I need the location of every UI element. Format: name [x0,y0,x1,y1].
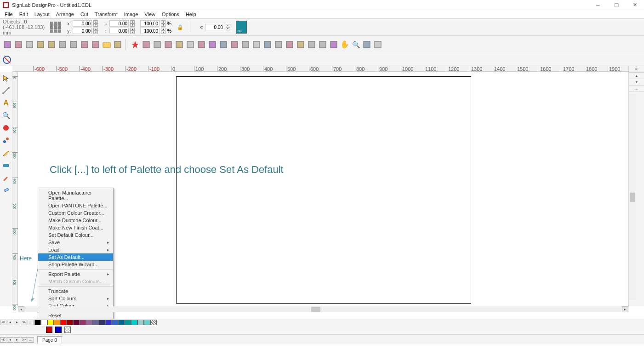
rect-icon[interactable] [241,40,250,49]
brush-tool[interactable] [1,173,11,182]
color-swatch[interactable] [73,320,80,325]
height-field[interactable] [109,28,129,34]
shape-tool[interactable] [1,123,11,132]
wavy-icon[interactable] [69,40,78,49]
layer-swatch[interactable] [55,327,62,333]
refresh-icon[interactable] [164,40,173,49]
menu-item-make-duotone-colour[interactable]: Make Duotone Colour... [38,217,113,224]
text-tool[interactable]: A [1,98,11,108]
right-row-2[interactable]: ▾ [629,79,644,86]
menu-item-shop-palette-wizard[interactable]: Shop Palette Wizard... [38,261,113,268]
box3d-2-icon[interactable] [14,40,23,49]
color-swatch[interactable] [99,320,105,325]
color-swatch[interactable] [131,320,137,325]
shade-icon[interactable] [186,40,195,49]
undo-icon[interactable] [80,40,89,49]
menu-item-sort-colours[interactable]: Sort Colours▸ [38,295,113,302]
palette-next[interactable]: ▸ [14,320,20,325]
print2-icon[interactable] [362,40,371,49]
menu-item-load[interactable]: Load▸ [38,246,113,253]
invisible-swatch[interactable] [64,327,71,333]
x-field[interactable] [73,20,92,27]
star-x-icon[interactable] [131,40,140,49]
page-first[interactable]: ≪ [0,337,6,343]
hscroll-left[interactable]: ◂ [18,306,24,312]
up-arrow-icon[interactable] [175,40,184,49]
color-swatch[interactable] [118,320,125,325]
rotation-field[interactable] [205,24,224,30]
scale-y-field[interactable] [140,28,160,34]
square-icon[interactable] [197,40,206,49]
layer-swatch[interactable] [46,327,52,333]
circle-icon[interactable] [230,40,239,49]
page-last[interactable]: ≫ [21,337,27,343]
zoom-icon[interactable]: 🔍 [351,40,360,49]
hand-icon[interactable]: ✋ [340,40,349,49]
vertical-scrollbar[interactable] [629,94,636,300]
menu-item-make-new-finish-coat[interactable]: Make New Finish Coat... [38,224,113,231]
doc-out-icon[interactable] [47,40,56,49]
grad-icon[interactable] [263,40,272,49]
page-prev[interactable]: ◂ [7,337,13,343]
color-swatch[interactable] [86,320,92,325]
blob-icon[interactable] [329,40,338,49]
menu-options[interactable]: Options [159,11,182,17]
color-swatch[interactable] [67,320,73,325]
color-swatch[interactable] [34,320,41,325]
box3d-3-icon[interactable] [25,40,34,49]
pen-tool[interactable] [1,148,11,157]
flag-icon[interactable] [142,40,151,49]
close-button[interactable]: ✕ [626,0,644,10]
palette-last[interactable]: ≫ [21,320,27,325]
gray-sq-icon[interactable] [373,40,382,49]
color-swatch[interactable] [112,320,118,325]
redo-icon[interactable] [91,40,100,49]
menu-item-open-pantone-palette[interactable]: Open PANTONE Palette... [38,202,113,209]
color-swatch[interactable] [125,320,131,325]
tag-icon[interactable] [296,40,305,49]
right-close-icon[interactable]: ✕ [629,66,644,73]
horizontal-scrollbar[interactable]: ◂ ▸ [18,306,628,312]
color-swatch[interactable] [92,320,99,325]
doc-in-icon[interactable] [36,40,45,49]
right-row-1[interactable]: ▴ [629,73,644,79]
menu-item-set-default-colour[interactable]: Set Default Colour... [38,231,113,239]
bc-color-swatch[interactable] [236,21,247,34]
measure-tool[interactable] [1,86,11,95]
menu-layout[interactable]: Layout [32,11,52,17]
lock-icon[interactable]: 🔒 [177,24,183,30]
menu-item-export-palette[interactable]: Export Palette▸ [38,270,113,278]
y-field[interactable] [73,28,92,34]
page-next[interactable]: ▸ [14,337,20,343]
menu-item-truncate[interactable]: Truncate [38,287,113,295]
ruler-icon[interactable] [318,40,327,49]
palette-first[interactable]: ≪ [0,320,6,325]
hscroll-thumb[interactable] [311,307,320,312]
label-icon[interactable] [274,40,283,49]
color-swatch[interactable] [54,320,60,325]
menu-item-open-manufacturer-palette[interactable]: Open Manufacturer Palette... [38,189,113,202]
menu-cut[interactable]: Cut [78,11,91,17]
color-swatch[interactable] [105,320,112,325]
gray-hex-icon[interactable] [58,40,67,49]
palette-prev[interactable]: ◂ [7,320,13,325]
wand-icon[interactable] [208,40,217,49]
group-icon[interactable] [219,40,228,49]
menu-transform[interactable]: Transform [92,11,120,17]
menu-view[interactable]: View [142,11,158,17]
printer-icon[interactable] [153,40,162,49]
hatch-swatch[interactable] [150,320,157,325]
menu-item-save[interactable]: Save▸ [38,239,113,246]
disc-icon[interactable] [285,40,294,49]
folder-icon[interactable] [102,40,111,49]
no-circle-icon[interactable] [3,56,11,64]
menu-edit[interactable]: Edit [17,11,31,17]
bucket-tool[interactable] [1,185,11,195]
color-swatch[interactable] [41,320,47,325]
stamp-icon[interactable] [252,40,261,49]
anchor-grid[interactable] [50,22,61,33]
color-swatch[interactable] [47,320,54,325]
color-swatch[interactable] [144,320,150,325]
menu-image[interactable]: Image [121,11,141,17]
hscroll-right[interactable]: ▸ [622,306,628,312]
